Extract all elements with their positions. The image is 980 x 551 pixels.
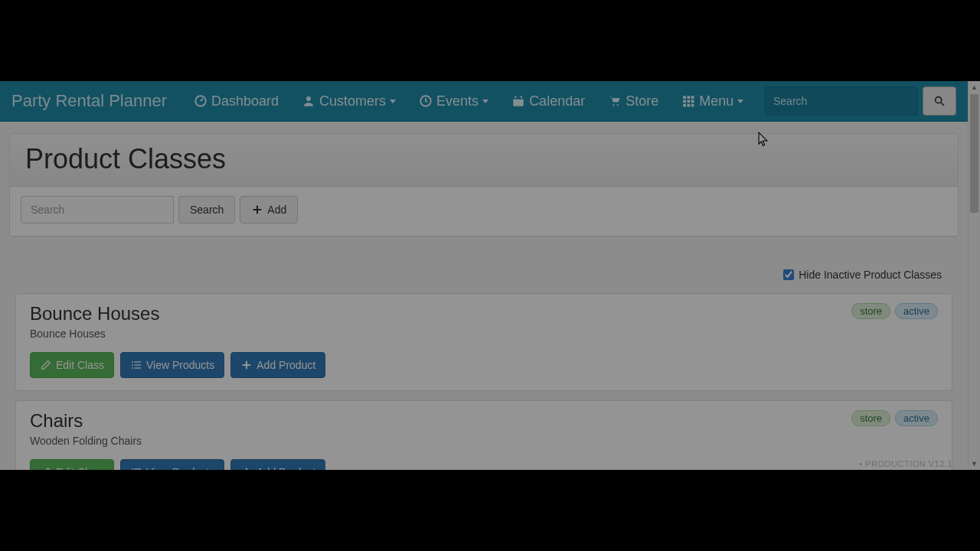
- user-icon: [302, 94, 315, 108]
- class-search-button[interactable]: Search: [178, 196, 235, 223]
- nav-dashboard[interactable]: Dashboard: [182, 81, 290, 122]
- svg-rect-4: [513, 97, 524, 99]
- svg-rect-30: [132, 468, 133, 469]
- view-products-label: View Products: [146, 359, 214, 371]
- vertical-scrollbar[interactable]: ▲ ▼: [968, 81, 980, 470]
- header-panel: Product Classes Search Add: [9, 133, 959, 236]
- active-badge: active: [895, 410, 938, 426]
- add-product-button[interactable]: Add Product: [230, 459, 325, 470]
- svg-point-7: [613, 104, 615, 106]
- top-navbar: Party Rental Planner Dashboard Customers…: [0, 81, 968, 122]
- edit-icon: [40, 466, 52, 470]
- class-title: Chairs: [30, 410, 938, 432]
- brand-title[interactable]: Party Rental Planner: [11, 91, 167, 111]
- plus-icon: [240, 466, 253, 470]
- list-icon: [130, 359, 142, 371]
- nav-dashboard-label: Dashboard: [211, 93, 279, 109]
- nav-store[interactable]: Store: [596, 81, 670, 122]
- nav-store-label: Store: [626, 93, 658, 109]
- svg-point-8: [617, 104, 619, 106]
- env-version-tag: • PRODUCTION V12.1: [859, 459, 952, 468]
- svg-point-1: [306, 96, 311, 101]
- search-icon: [933, 95, 946, 107]
- svg-rect-12: [683, 100, 686, 103]
- view-products-button[interactable]: View Products: [120, 459, 224, 470]
- chevron-down-icon: [390, 99, 396, 103]
- global-search-button[interactable]: [923, 86, 956, 116]
- nav-menu-label: Menu: [699, 93, 733, 109]
- active-badge: active: [895, 303, 938, 319]
- svg-rect-16: [688, 104, 691, 107]
- filter-toolbar: Search Add: [10, 187, 958, 236]
- class-subtitle: Bounce Houses: [30, 328, 938, 340]
- svg-rect-27: [134, 367, 141, 368]
- global-search-input[interactable]: [765, 86, 918, 116]
- scroll-down-icon[interactable]: ▼: [969, 458, 980, 470]
- calendar-icon: [511, 94, 525, 108]
- page-body: Product Classes Search Add Hide Inactive…: [0, 122, 968, 470]
- nav-customers[interactable]: Customers: [290, 81, 407, 122]
- svg-rect-22: [132, 361, 133, 362]
- svg-rect-11: [691, 96, 694, 99]
- grid-icon: [681, 94, 695, 108]
- class-subtitle: Wooden Folding Chairs: [30, 435, 938, 447]
- app-viewport: Party Rental Planner Dashboard Customers…: [0, 81, 980, 470]
- view-products-label: View Products: [146, 466, 214, 470]
- svg-rect-23: [134, 361, 141, 362]
- edit-class-label: Edit Class: [56, 359, 104, 371]
- store-badge: store: [851, 410, 890, 426]
- letterbox-bottom: [0, 470, 980, 551]
- svg-rect-13: [688, 100, 691, 103]
- nav-calendar[interactable]: Calendar: [500, 81, 596, 122]
- svg-rect-26: [132, 367, 133, 368]
- svg-rect-24: [132, 364, 133, 365]
- svg-point-18: [936, 97, 942, 103]
- edit-class-button[interactable]: Edit Class: [30, 459, 114, 470]
- add-product-label: Add Product: [256, 359, 315, 371]
- svg-rect-14: [691, 100, 694, 103]
- svg-rect-9: [683, 96, 686, 99]
- clock-icon: [419, 94, 433, 108]
- svg-rect-15: [683, 104, 686, 107]
- svg-line-19: [941, 103, 944, 106]
- letterbox-top: [0, 0, 980, 81]
- nav-calendar-label: Calendar: [529, 93, 585, 109]
- nav-customers-label: Customers: [319, 93, 386, 109]
- scroll-thumb[interactable]: [970, 94, 978, 213]
- plus-icon: [251, 204, 263, 216]
- add-class-label: Add: [267, 204, 286, 216]
- edit-class-label: Edit Class: [56, 466, 104, 470]
- chevron-down-icon: [737, 99, 743, 103]
- nav-menu[interactable]: Menu: [670, 81, 755, 122]
- hide-inactive-row: Hide Inactive Product Classes: [9, 261, 959, 289]
- hide-inactive-checkbox[interactable]: [783, 269, 794, 280]
- product-class-card: store active Chairs Wooden Folding Chair…: [15, 400, 952, 470]
- svg-rect-10: [688, 96, 691, 99]
- add-class-button[interactable]: Add: [240, 196, 298, 223]
- list-icon: [130, 466, 142, 470]
- speedometer-icon: [194, 94, 207, 108]
- product-class-card: store active Bounce Houses Bounce Houses…: [15, 293, 952, 391]
- chevron-down-icon: [482, 99, 488, 103]
- svg-rect-31: [134, 468, 141, 469]
- add-product-button[interactable]: Add Product: [230, 352, 325, 378]
- page-title: Product Classes: [25, 143, 942, 175]
- class-search-input[interactable]: [21, 196, 174, 223]
- scroll-up-icon[interactable]: ▲: [969, 81, 980, 93]
- edit-class-button[interactable]: Edit Class: [30, 352, 114, 378]
- nav-events[interactable]: Events: [407, 81, 500, 122]
- class-title: Bounce Houses: [30, 303, 938, 324]
- store-badge: store: [851, 303, 890, 319]
- add-product-label: Add Product: [256, 466, 315, 470]
- svg-rect-25: [134, 364, 141, 365]
- cart-icon: [608, 94, 622, 108]
- plus-icon: [240, 359, 253, 371]
- svg-rect-17: [691, 104, 694, 107]
- hide-inactive-label: Hide Inactive Product Classes: [799, 269, 942, 281]
- view-products-button[interactable]: View Products: [120, 352, 224, 378]
- edit-icon: [40, 359, 52, 371]
- nav-events-label: Events: [436, 93, 479, 109]
- nav-links: Dashboard Customers Events Calendar: [182, 81, 765, 122]
